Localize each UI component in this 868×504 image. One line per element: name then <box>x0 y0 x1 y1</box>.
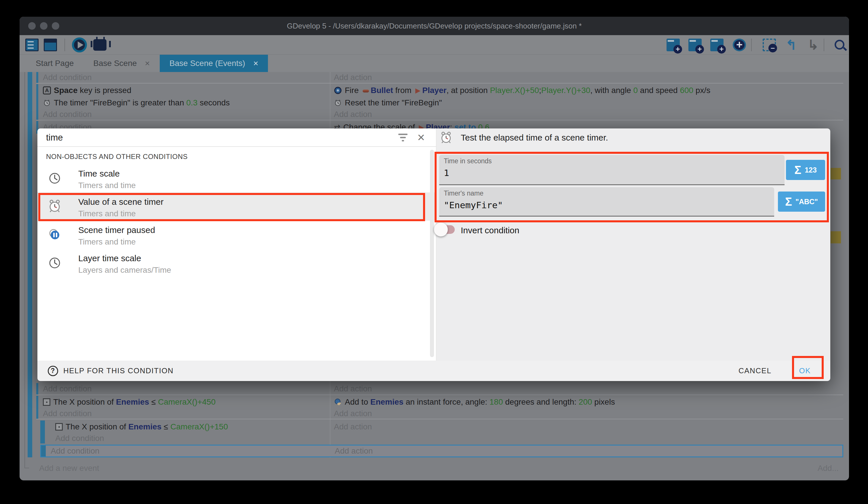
maximize-window-button[interactable] <box>52 22 59 30</box>
item-subtitle: Layers and cameras/Time <box>78 265 171 275</box>
window-title: GDevelop 5 - /Users/dkarakay/Documents/G… <box>287 22 582 31</box>
selected-event-row[interactable]: Add condition Add action <box>40 445 843 457</box>
redo-icon[interactable]: ↳ <box>806 39 820 51</box>
main-toolbar: + ↰ ↳ <box>20 35 849 55</box>
expression-builder-number-button[interactable]: Σ 123 <box>786 160 825 180</box>
condition-detail-pane: Test the elapsed time of a scene timer. … <box>436 129 830 361</box>
close-dialog-icon[interactable]: × <box>414 129 428 146</box>
invert-condition-toggle-thumb[interactable] <box>434 223 448 236</box>
position-icon <box>55 423 63 431</box>
add-action-link[interactable]: Add action <box>334 109 836 120</box>
condition-item-scene-timer-paused[interactable]: Scene timer paused Timers and time <box>38 221 436 249</box>
debug-icon[interactable] <box>93 39 106 51</box>
delete-event-icon[interactable] <box>763 39 776 51</box>
add-action-link[interactable]: Add action <box>335 445 837 456</box>
condition-item-layer-time-scale[interactable]: Layer time scale Layers and cameras/Time <box>38 249 436 277</box>
dialog-footer: ? HELP FOR THIS CONDITION CANCEL OK <box>38 361 830 381</box>
add-condition-link[interactable]: Add condition <box>43 383 327 395</box>
sub-event-row[interactable]: The X position of Enemies ≤ CameraX()+15… <box>36 421 843 433</box>
close-tab-icon[interactable]: × <box>253 59 258 68</box>
highlighted-row-fragment <box>830 168 841 179</box>
add-condition-link[interactable]: Add condition <box>43 409 327 419</box>
event-separator <box>36 419 843 419</box>
help-label: HELP FOR THIS CONDITION <box>63 366 174 375</box>
tab-base-scene-events[interactable]: Base Scene (Events) × <box>160 55 268 72</box>
timer-name-field[interactable]: Timer's name "EnemyFire" <box>439 187 774 216</box>
timer-icon <box>334 99 342 107</box>
close-tab-icon[interactable]: × <box>145 59 150 68</box>
toolbar-separator <box>64 39 65 51</box>
item-subtitle: Timers and time <box>78 209 136 218</box>
add-subevent-icon[interactable] <box>689 39 702 51</box>
field-label: Time in seconds <box>444 157 492 165</box>
add-action-link[interactable]: Add action <box>334 72 836 83</box>
position-icon <box>43 398 50 406</box>
event-separator <box>36 120 843 120</box>
add-event-icon[interactable] <box>666 39 680 51</box>
tab-label: Base Scene <box>93 59 137 68</box>
scene-editor-icon[interactable] <box>44 39 57 51</box>
item-title: Scene timer paused <box>78 225 155 235</box>
minimize-window-button[interactable] <box>40 22 48 30</box>
sub-event-bar <box>41 445 46 456</box>
highlighted-row-fragment <box>830 231 841 243</box>
condition-text: The X position of Enemies ≤ CameraX()+45… <box>53 397 216 407</box>
add-condition-link[interactable]: Add condition <box>51 445 327 456</box>
play-icon[interactable] <box>72 38 87 52</box>
sigma-icon: Σ <box>785 195 792 208</box>
event-row: Add condition Add action <box>36 109 843 120</box>
item-subtitle: Timers and time <box>78 237 136 246</box>
item-title: Time scale <box>78 169 120 179</box>
undo-icon[interactable]: ↰ <box>785 39 798 51</box>
add-new-event-link[interactable]: Add a new event <box>39 464 99 473</box>
search-row: × <box>38 129 436 147</box>
condition-x-position-450[interactable]: The X position of Enemies ≤ CameraX()+45… <box>43 396 327 409</box>
sigma-icon: Σ <box>794 164 801 177</box>
ok-button[interactable]: OK <box>799 366 811 375</box>
action-text: Add to Enemies an instant force, angle: … <box>345 397 615 407</box>
event-row[interactable]: The X position of Enemies ≤ CameraX()+45… <box>36 396 843 409</box>
add-comment-icon[interactable] <box>710 39 724 51</box>
condition-item-value-scene-timer[interactable]: Value of a scene timer Timers and time <box>38 192 436 221</box>
condition-space-pressed[interactable]: A Space key is pressed <box>43 84 327 97</box>
tab-base-scene[interactable]: Base Scene × <box>83 55 160 72</box>
ship-icon <box>415 88 421 94</box>
fire-bullet-icon <box>334 87 342 94</box>
tab-label: Start Page <box>36 59 74 68</box>
tab-start-page[interactable]: Start Page <box>26 55 83 72</box>
event-separator <box>36 395 843 395</box>
add-condition-link[interactable]: Add condition <box>55 433 327 444</box>
action-fire-bullet[interactable]: Fire Bullet from Player, at position Pla… <box>334 84 836 97</box>
condition-x-position-150[interactable]: The X position of Enemies ≤ CameraX()+15… <box>55 421 327 433</box>
event-row[interactable]: A Space key is pressed Fire Bullet from … <box>36 84 843 97</box>
condition-text: The timer "FireBegin" is greater than 0.… <box>54 98 230 108</box>
event-row[interactable]: The timer "FireBegin" is greater than 0.… <box>36 97 843 109</box>
condition-search-input[interactable] <box>46 131 386 144</box>
add-new-event-row[interactable]: Add a new event Add... <box>39 460 843 477</box>
condition-timer-firebegin[interactable]: The timer "FireBegin" is greater than 0.… <box>43 97 327 109</box>
add-action-link[interactable]: Add action <box>334 409 836 419</box>
help-button[interactable]: ? HELP FOR THIS CONDITION <box>48 366 174 376</box>
invert-condition-label: Invert condition <box>461 224 519 237</box>
action-text: Reset the timer "FireBegin" <box>345 98 442 108</box>
project-manager-icon[interactable] <box>25 39 39 51</box>
add-more-link[interactable]: Add... <box>818 464 839 473</box>
cancel-button[interactable]: CANCEL <box>738 366 771 375</box>
alarm-clock-icon <box>48 199 62 213</box>
expression-builder-string-button[interactable]: Σ "ABC" <box>778 192 825 212</box>
add-action-link[interactable]: Add action <box>334 421 836 433</box>
condition-item-time-scale[interactable]: Time scale Timers and time <box>38 164 436 192</box>
list-scrollbar-thumb[interactable] <box>430 150 434 357</box>
action-reset-timer[interactable]: Reset the timer "FireBegin" <box>334 97 836 109</box>
close-window-button[interactable] <box>28 22 36 30</box>
add-action-link[interactable]: Add action <box>334 383 836 395</box>
time-in-seconds-field[interactable]: Time in seconds 1 <box>439 155 785 185</box>
add-condition-link[interactable]: Add condition <box>43 72 327 83</box>
alarm-clock-icon <box>440 131 452 144</box>
search-icon[interactable] <box>835 40 844 50</box>
add-condition-link[interactable]: Add condition <box>43 109 327 120</box>
add-new-icon[interactable]: + <box>733 39 746 51</box>
filter-icon[interactable] <box>398 133 408 142</box>
action-add-force[interactable]: Add to Enemies an instant force, angle: … <box>334 396 836 409</box>
field-label: Timer's name <box>444 190 484 197</box>
